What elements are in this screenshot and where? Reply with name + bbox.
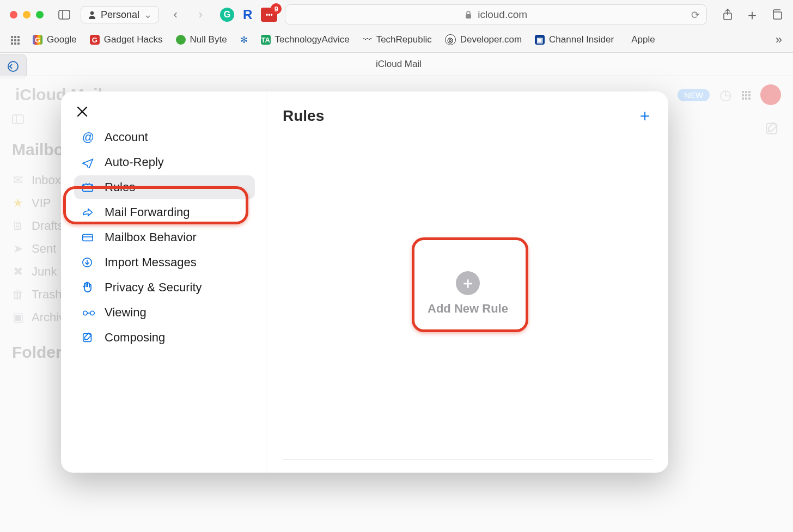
bookmark-label: TechRepublic [376, 34, 432, 45]
sidebar-toggle-button[interactable] [56, 6, 73, 23]
svg-point-16 [83, 311, 87, 315]
address-host: icloud.com [478, 9, 527, 21]
bookmark-label: TechnologyAdvice [275, 34, 350, 45]
add-new-rule-button[interactable]: ＋ Add New Rule [428, 271, 508, 316]
lock-icon [465, 10, 472, 19]
rules-icon [82, 182, 95, 193]
bookmark-nullbyte[interactable]: Null Byte [176, 34, 227, 45]
plus-circle-icon: ＋ [456, 271, 480, 295]
svg-rect-3 [466, 14, 471, 19]
folder-icon [82, 233, 95, 242]
close-window-button[interactable] [10, 11, 17, 19]
sidebar-item-import[interactable]: Import Messages [74, 250, 255, 274]
sidebar-item-label: Privacy & Security [105, 280, 202, 295]
svg-point-2 [90, 11, 94, 15]
bookmark-gear[interactable]: ✻ [240, 34, 248, 46]
sidebar-item-account[interactable]: @ Account [74, 125, 255, 149]
add-new-rule-label: Add New Rule [428, 302, 508, 316]
download-icon [82, 257, 95, 268]
r-extension-icon[interactable]: R [243, 7, 252, 22]
profile-selector[interactable]: Personal ⌄ [81, 6, 159, 23]
plane-icon [82, 156, 95, 168]
bookmark-developer[interactable]: ◎ Developer.com [445, 34, 522, 45]
extension-side-tab[interactable] [0, 54, 27, 78]
bookmark-label: Channel Insider [549, 34, 614, 45]
settings-modal: @ Account Auto-Reply Rules Mail Forward [61, 91, 668, 473]
sidebar-item-viewing[interactable]: Viewing [74, 301, 255, 325]
bookmark-label: Developer.com [460, 34, 522, 45]
sidebar-item-label: Account [105, 130, 148, 144]
tab-overview-button[interactable] [771, 9, 783, 20]
svg-rect-13 [83, 235, 93, 241]
sidebar-item-autoreply[interactable]: Auto-Reply [74, 150, 255, 174]
sidebar-item-label: Auto-Reply [105, 155, 164, 169]
fullscreen-window-button[interactable] [36, 11, 44, 19]
browser-chrome: Personal ⌄ ‹ › G R ••• 9 icloud.com ⟳ ＋ [0, 0, 793, 53]
channel-icon: ▣ [535, 35, 545, 45]
sidebar-item-rules[interactable]: Rules [74, 175, 255, 199]
grammarly-icon[interactable]: G [220, 8, 234, 22]
sidebar-item-label: Composing [105, 331, 165, 345]
hand-icon [82, 282, 95, 293]
forward-button[interactable]: › [192, 8, 209, 22]
gadget-icon: G [90, 35, 100, 45]
bookmarks-overflow-button[interactable]: » [776, 33, 782, 47]
at-icon: @ [82, 130, 95, 144]
sidebar-item-label: Rules [105, 180, 135, 194]
settings-sidebar: @ Account Auto-Reply Rules Mail Forward [61, 91, 266, 473]
back-button[interactable]: ‹ [167, 8, 184, 22]
google-icon: G [33, 35, 42, 45]
add-rule-plus-button[interactable]: ＋ [637, 105, 653, 127]
bookmark-techadvice[interactable]: TA TechnologyAdvice [261, 34, 350, 45]
close-modal-button[interactable] [76, 106, 260, 118]
sidebar-item-privacy[interactable]: Privacy & Security [74, 276, 255, 299]
share-button[interactable] [722, 9, 733, 21]
bookmark-label: Null Byte [190, 34, 227, 45]
forward-icon [82, 207, 95, 217]
bookmark-apple[interactable]: Apple [627, 34, 655, 45]
sidebar-item-mailbox[interactable]: Mailbox Behavior [74, 225, 255, 249]
reload-button[interactable]: ⟳ [691, 9, 700, 21]
person-icon [88, 10, 96, 19]
sidebar-item-label: Mailbox Behavior [105, 230, 197, 244]
apps-grid-icon[interactable] [11, 34, 20, 45]
content-heading: Rules [283, 107, 324, 125]
window-controls [10, 11, 44, 19]
sidebar-item-label: Viewing [105, 305, 147, 320]
sidebar-item-label: Import Messages [105, 255, 197, 270]
bookmark-label: Apple [631, 34, 655, 45]
sidebar-item-label: Mail Forwarding [105, 205, 190, 219]
extension-badge: 9 [271, 3, 282, 14]
chevron-down-icon: ⌄ [144, 9, 152, 21]
techrepublic-icon: 〰 [363, 34, 372, 45]
svg-rect-5 [773, 12, 782, 19]
developer-icon: ◎ [445, 34, 456, 45]
nullbyte-icon [176, 35, 186, 45]
new-tab-button[interactable]: ＋ [745, 5, 759, 25]
tab-title-bar: iCloud Mail [0, 53, 793, 76]
favorites-bar: G Google G Gadget Hacks Null Byte ✻ TA T… [0, 29, 793, 52]
profile-label: Personal [101, 9, 139, 21]
gear-bookmark-icon: ✻ [240, 34, 248, 46]
bookmark-google[interactable]: G Google [33, 34, 77, 45]
bookmark-techrepublic[interactable]: 〰 TechRepublic [363, 34, 432, 45]
bookmark-channel[interactable]: ▣ Channel Insider [535, 34, 614, 45]
bookmark-label: Google [47, 34, 77, 45]
address-bar[interactable]: icloud.com ⟳ [285, 4, 707, 25]
techadvice-icon: TA [261, 35, 271, 45]
sidebar-item-composing[interactable]: Composing [74, 326, 255, 350]
svg-rect-0 [59, 10, 70, 19]
svg-point-17 [90, 311, 94, 315]
settings-content: Rules ＋ ＋ Add New Rule [266, 91, 668, 473]
divider [283, 459, 653, 460]
glasses-icon [82, 309, 95, 316]
bookmark-gadget[interactable]: G Gadget Hacks [90, 34, 163, 45]
tab-title: iCloud Mail [376, 59, 422, 70]
sidebar-item-forwarding[interactable]: Mail Forwarding [74, 200, 255, 224]
lastpass-icon[interactable]: ••• 9 [261, 8, 277, 22]
bookmark-label: Gadget Hacks [104, 34, 163, 45]
minimize-window-button[interactable] [23, 11, 30, 19]
compose-icon [82, 332, 95, 344]
